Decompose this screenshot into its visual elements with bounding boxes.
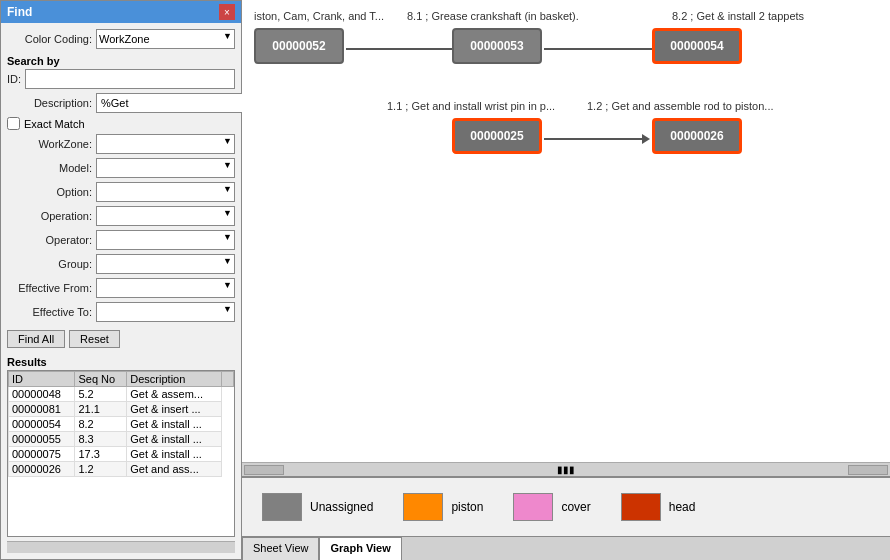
graph-label-2: 8.2 ; Get & install 2 tappets: [672, 10, 804, 22]
legend-label-piston: piston: [451, 500, 483, 514]
description-input[interactable]: [96, 93, 244, 113]
node-00000026[interactable]: 00000026: [652, 118, 742, 154]
tab-bar: Sheet View Graph View: [242, 536, 890, 560]
legend-unassigned: Unassigned: [262, 493, 373, 521]
find-title: Find: [7, 5, 32, 19]
arrow-3: [544, 134, 650, 144]
cell-id: 00000054: [9, 417, 75, 432]
effective-from-label: Effective From:: [7, 282, 92, 294]
model-select[interactable]: [96, 158, 235, 178]
node-00000025[interactable]: 00000025: [452, 118, 542, 154]
graph-label-4: 1.2 ; Get and assemble rod to piston...: [587, 100, 774, 112]
operator-select-wrapper: [96, 230, 235, 250]
color-coding-select[interactable]: WorkZone: [96, 29, 235, 49]
option-row: Option:: [7, 182, 235, 202]
legend-box-cover: [513, 493, 553, 521]
legend-head: head: [621, 493, 696, 521]
cell-desc: Get and ass...: [127, 462, 222, 477]
results-table: ID Seq No Description 000000485.2Get & a…: [8, 371, 234, 477]
color-coding-row: Color Coding: WorkZone: [7, 29, 235, 49]
id-input[interactable]: [25, 69, 235, 89]
workzone-label: WorkZone:: [7, 138, 92, 150]
operator-label: Operator:: [7, 234, 92, 246]
graph-scrollbar-right: [848, 465, 888, 475]
graph-label-3: 1.1 ; Get and install wrist pin in p...: [387, 100, 555, 112]
table-row[interactable]: 000000548.2Get & install ...: [9, 417, 234, 432]
find-all-button[interactable]: Find All: [7, 330, 65, 348]
table-row[interactable]: 000000558.3Get & install ...: [9, 432, 234, 447]
exact-match-label: Exact Match: [24, 118, 85, 130]
search-by-label: Search by: [7, 55, 235, 67]
node-00000054[interactable]: 00000054: [652, 28, 742, 64]
operation-label: Operation:: [7, 210, 92, 222]
effective-from-select-wrapper: [96, 278, 235, 298]
node-00000052[interactable]: 00000052: [254, 28, 344, 64]
table-row[interactable]: 000000261.2Get and ass...: [9, 462, 234, 477]
description-row: Description:: [7, 93, 235, 113]
effective-to-label: Effective To:: [7, 306, 92, 318]
col-scroll: [222, 372, 234, 387]
group-row: Group:: [7, 254, 235, 274]
workzone-select[interactable]: [96, 134, 235, 154]
operation-select[interactable]: [96, 206, 235, 226]
col-seq: Seq No: [75, 372, 127, 387]
group-select[interactable]: [96, 254, 235, 274]
color-coding-select-wrapper: WorkZone: [96, 29, 235, 49]
find-close-button[interactable]: ×: [219, 4, 235, 20]
exact-match-checkbox[interactable]: [7, 117, 20, 130]
results-section: Results ID Seq No Description 0000: [7, 356, 235, 537]
group-select-wrapper: [96, 254, 235, 274]
tab-graph-view[interactable]: Graph View: [319, 537, 401, 560]
graph-scrollbar-left: [244, 465, 284, 475]
effective-from-select[interactable]: [96, 278, 235, 298]
results-table-wrapper[interactable]: ID Seq No Description 000000485.2Get & a…: [7, 370, 235, 537]
find-title-bar: Find ×: [1, 1, 241, 23]
legend-cover: cover: [513, 493, 590, 521]
exact-match-row: Exact Match: [7, 117, 235, 130]
table-row[interactable]: 0000008121.1Get & insert ...: [9, 402, 234, 417]
operator-row: Operator:: [7, 230, 235, 250]
effective-from-row: Effective From:: [7, 278, 235, 298]
find-body: Color Coding: WorkZone Search by ID: Des…: [1, 23, 241, 559]
graph-scrollbar-center: ▮▮▮: [284, 464, 848, 475]
legend-label-cover: cover: [561, 500, 590, 514]
legend-box-head: [621, 493, 661, 521]
table-row[interactable]: 0000007517.3Get & install ...: [9, 447, 234, 462]
graph-label-1: 8.1 ; Grease crankshaft (in basket).: [407, 10, 579, 22]
node-00000053[interactable]: 00000053: [452, 28, 542, 64]
cell-desc: Get & install ...: [127, 447, 222, 462]
id-label: ID:: [7, 73, 21, 85]
operator-select[interactable]: [96, 230, 235, 250]
option-select[interactable]: [96, 182, 235, 202]
reset-button[interactable]: Reset: [69, 330, 120, 348]
model-row: Model:: [7, 158, 235, 178]
table-row[interactable]: 000000485.2Get & assem...: [9, 387, 234, 402]
search-by-group: Search by ID:: [7, 53, 235, 89]
col-desc: Description: [127, 372, 222, 387]
horizontal-scrollbar[interactable]: [7, 541, 235, 553]
color-coding-label: Color Coding:: [7, 33, 92, 45]
legend-box-piston: [403, 493, 443, 521]
graph-canvas[interactable]: iston, Cam, Crank, and T... 8.1 ; Grease…: [242, 0, 890, 462]
workzone-select-wrapper: [96, 134, 235, 154]
cell-id: 00000048: [9, 387, 75, 402]
cell-seq: 1.2: [75, 462, 127, 477]
model-label: Model:: [7, 162, 92, 174]
legend-label-head: head: [669, 500, 696, 514]
id-row: ID:: [7, 69, 235, 89]
effective-to-select[interactable]: [96, 302, 235, 322]
cell-id: 00000075: [9, 447, 75, 462]
cell-id: 00000055: [9, 432, 75, 447]
legend-label-unassigned: Unassigned: [310, 500, 373, 514]
operation-select-wrapper: [96, 206, 235, 226]
tab-sheet-view[interactable]: Sheet View: [242, 537, 319, 560]
legend-panel: Unassigned piston cover head: [242, 476, 890, 536]
graph-scrollbar[interactable]: ▮▮▮: [242, 462, 890, 476]
effective-to-row: Effective To:: [7, 302, 235, 322]
cell-id: 00000081: [9, 402, 75, 417]
graph-panel: iston, Cam, Crank, and T... 8.1 ; Grease…: [242, 0, 890, 560]
results-label: Results: [7, 356, 235, 368]
cell-seq: 8.2: [75, 417, 127, 432]
description-label: Description:: [7, 97, 92, 109]
option-select-wrapper: [96, 182, 235, 202]
